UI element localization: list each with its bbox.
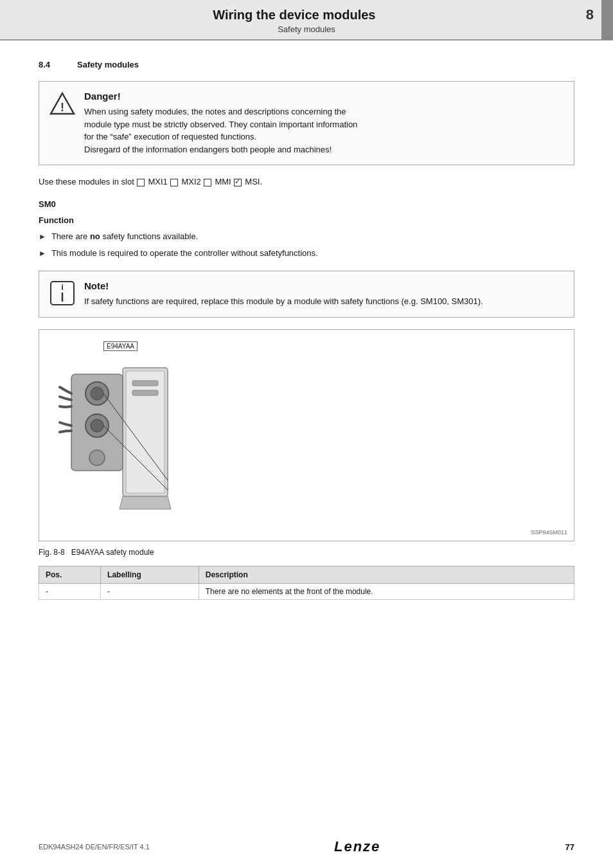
checkbox-msi [234, 179, 242, 186]
note-title: Note! [84, 280, 483, 291]
device-illustration [52, 355, 219, 535]
slot-mxi1-label: MXI1 [148, 177, 167, 186]
page-header: Wiring the device modules 8 Safety modul… [0, 0, 613, 41]
page-title: Wiring the device modules [13, 8, 576, 23]
page-footer: EDK94ASH24 DE/EN/FR/ES/IT 4.1 Lenze 77 [0, 838, 613, 855]
svg-point-13 [89, 450, 105, 466]
components-table: Pos. Labelling Description - - There are… [39, 566, 574, 600]
note-content: Note! If safety functions are required, … [84, 280, 483, 308]
table-row: - - There are no elements at the front o… [39, 583, 574, 599]
page-number: 77 [565, 842, 574, 852]
danger-box: ! Danger! When using safety modules, the… [39, 81, 574, 165]
main-content: 8.4 Safety modules ! Danger! When using … [0, 41, 613, 632]
note-text: If safety functions are required, replac… [84, 295, 483, 308]
svg-rect-16 [132, 381, 158, 386]
footer-doc-ref: EDK94ASH24 DE/EN/FR/ES/IT 4.1 [39, 843, 150, 851]
bullet-item-2: ► This module is required to operate the… [39, 247, 574, 260]
chapter-bar [601, 0, 613, 40]
function-heading: Function [39, 215, 574, 225]
danger-icon: ! [49, 91, 75, 116]
checkbox-mmi [204, 179, 211, 186]
slot-prefix: Use these modules in slot [39, 177, 134, 186]
svg-point-10 [91, 387, 103, 400]
slot-mxi2-label: MXI2 [181, 177, 200, 186]
slot-line: Use these modules in slot MXI1 MXI2 MMI … [39, 177, 574, 186]
fig-caption: Fig. 8-8 E94AYAA safety module [39, 548, 574, 557]
slot-mxi1-check: MXI1 [137, 177, 168, 186]
cell-description: There are no elements at the front of th… [199, 583, 574, 599]
col-header-pos: Pos. [39, 566, 101, 583]
danger-title: Danger! [84, 91, 357, 102]
note-icon: i [49, 280, 75, 306]
device-image-box: E94AYAA [39, 329, 574, 541]
bullet-text-2: This module is required to operate the c… [51, 247, 318, 260]
header-subtitle: Safety modules [278, 24, 335, 34]
bullet-text-1: There are no safety functions available. [51, 230, 198, 243]
function-bullets: ► There are no safety functions availabl… [39, 230, 574, 259]
note-box: i Note! If safety functions are required… [39, 271, 574, 318]
bullet-arrow-1: ► [39, 231, 46, 242]
section-title: Safety modules [77, 60, 139, 69]
svg-marker-7 [120, 496, 171, 509]
cell-pos: - [39, 583, 101, 599]
image-label-tag: E94AYAA [103, 341, 138, 351]
bullet-item-1: ► There are no safety functions availabl… [39, 230, 574, 243]
slot-mmi-check: MMI [204, 177, 231, 186]
svg-rect-17 [132, 390, 158, 395]
fig-label: Fig. 8-8 [39, 548, 65, 557]
section-heading: 8.4 Safety modules [39, 60, 574, 69]
slot-mxi2-check: MXI2 [170, 177, 201, 186]
cell-labelling: - [101, 583, 199, 599]
slot-mmi-label: MMI [215, 177, 231, 186]
device-image-inner: E94AYAA [39, 330, 574, 541]
page: Wiring the device modules 8 Safety modul… [0, 0, 613, 868]
sm0-heading: SM0 [39, 199, 574, 209]
col-header-labelling: Labelling [101, 566, 199, 583]
section-number: 8.4 [39, 60, 64, 69]
lenze-logo: Lenze [334, 838, 380, 855]
svg-text:i: i [61, 282, 64, 292]
slot-msi-check: MSI. [234, 177, 262, 186]
checkbox-mxi1 [137, 179, 145, 186]
svg-text:!: ! [60, 101, 64, 114]
chapter-number: 8 [586, 6, 600, 23]
col-header-description: Description [199, 566, 574, 583]
image-credit: SSP94SM011 [531, 529, 567, 536]
svg-point-12 [91, 419, 103, 432]
danger-text: When using safety modules, the notes and… [84, 105, 357, 156]
checkbox-mxi2 [170, 179, 178, 186]
slot-msi-label: MSI. [245, 177, 262, 186]
danger-content: Danger! When using safety modules, the n… [84, 91, 357, 156]
bullet-arrow-2: ► [39, 248, 46, 259]
fig-caption-text: E94AYAA safety module [71, 548, 154, 557]
table-header-row: Pos. Labelling Description [39, 566, 574, 583]
